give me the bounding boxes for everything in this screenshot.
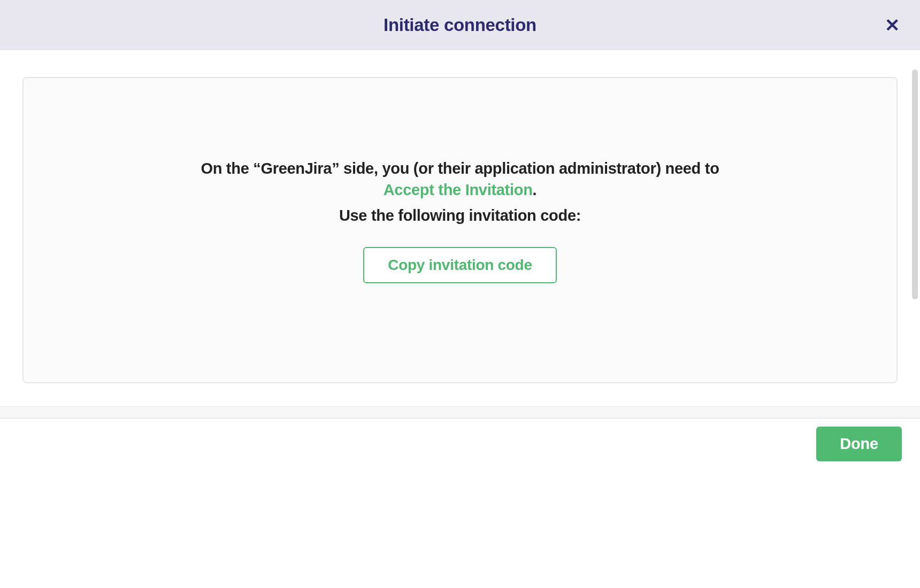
use-code-text: Use the following invitation code: — [193, 207, 727, 225]
instruction-mid: ” side, you (or their application admini… — [332, 160, 719, 177]
instruction-wrapper: On the “GreenJira” side, you (or their a… — [193, 158, 727, 283]
scrollbar-thumb[interactable] — [912, 69, 918, 299]
instruction-prefix: On the “ — [201, 160, 260, 177]
content-panel: On the “GreenJira” side, you (or their a… — [22, 77, 898, 383]
instruction-text: On the “GreenJira” side, you (or their a… — [193, 158, 727, 200]
scrollbar-track[interactable] — [910, 52, 919, 405]
modal-body: On the “GreenJira” side, you (or their a… — [0, 50, 920, 406]
modal-header: Initiate connection ✕ — [0, 0, 920, 50]
separator-row — [0, 406, 920, 419]
side-name: GreenJira — [260, 160, 332, 177]
done-button[interactable]: Done — [816, 427, 902, 461]
modal-title: Initiate connection — [384, 15, 536, 35]
copy-invitation-code-button[interactable]: Copy invitation code — [363, 247, 556, 283]
modal-footer: Done — [0, 419, 920, 469]
close-button[interactable]: ✕ — [880, 12, 904, 38]
instruction-suffix: . — [533, 181, 537, 198]
close-icon: ✕ — [885, 15, 900, 35]
accept-invitation-link[interactable]: Accept the Invitation — [384, 181, 533, 198]
